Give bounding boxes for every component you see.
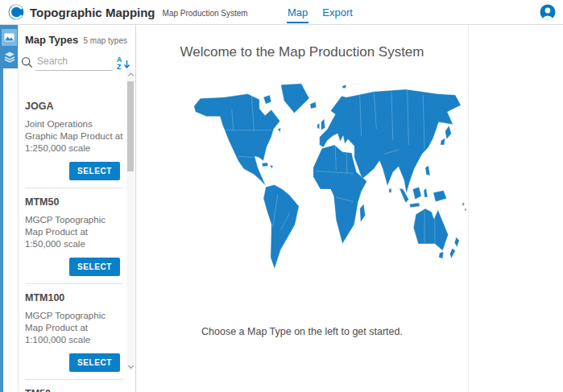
- map-type-name: MTM50: [25, 196, 123, 208]
- map-type-item-mtm100: MTM100 MGCP Topographic Map Product at 1…: [25, 283, 123, 379]
- app-title: Topographic Mapping: [30, 6, 155, 19]
- map-types-sidebar: Map Types 5 map types A Z JOGA Joint Ope…: [19, 25, 136, 392]
- layers-icon: [4, 52, 15, 63]
- map-type-name: JOGA: [25, 101, 123, 112]
- main-content: Welcome to the Map Production System: [136, 25, 563, 392]
- welcome-heading: Welcome to the Map Production System: [136, 44, 468, 60]
- scrollbar-thumb[interactable]: [127, 81, 134, 171]
- map-type-count: 5 map types: [84, 36, 127, 45]
- world-map: [184, 81, 469, 274]
- map-type-description: MGCP Topographic Map Product at 1:100,00…: [25, 310, 123, 346]
- sidebar-header: Map Types 5 map types: [19, 25, 135, 49]
- map-type-name: MTM100: [25, 292, 123, 303]
- instruction-text: Choose a Map Type on the left to get sta…: [136, 326, 468, 337]
- app-subtitle: Map Production System: [163, 9, 248, 18]
- map-type-name: TM50: [25, 388, 123, 392]
- select-button-mtm50[interactable]: SELECT: [69, 258, 120, 276]
- map-type-description: Joint Operations Graphic Map Product at …: [25, 118, 123, 155]
- sort-alpha-icon[interactable]: A Z: [117, 56, 130, 70]
- left-tool-strip: [0, 25, 19, 392]
- tab-export[interactable]: Export: [321, 0, 354, 25]
- map-type-item-joga: JOGA Joint Operations Graphic Map Produc…: [25, 93, 123, 188]
- scrollbar-down-icon[interactable]: [126, 361, 135, 370]
- map-type-item-mtm50: MTM50 MGCP Topographic Map Product at 1:…: [25, 188, 123, 283]
- app-logo-globe-icon: [8, 4, 24, 20]
- map-types-panel-button[interactable]: [2, 29, 17, 46]
- app-header: Topographic Mapping Map Production Syste…: [0, 0, 563, 25]
- map-type-list: JOGA Joint Operations Graphic Map Produc…: [25, 93, 123, 392]
- svg-text:Z: Z: [117, 63, 121, 70]
- nav-tabs: Map Export: [287, 0, 354, 25]
- scrollbar-up-icon[interactable]: [126, 69, 135, 79]
- select-button-joga[interactable]: SELECT: [69, 162, 120, 180]
- layers-panel-button[interactable]: [2, 48, 17, 65]
- user-avatar-icon[interactable]: [540, 4, 556, 20]
- sidebar-title: Map Types: [25, 34, 78, 46]
- map-type-description: MGCP Topographic Map Product at 1:50,000…: [25, 214, 123, 250]
- select-button-mtm100[interactable]: SELECT: [69, 353, 120, 372]
- strip-accent-edge: [0, 25, 3, 392]
- sidebar-scrollbar[interactable]: [126, 69, 135, 370]
- map-types-panel-icon: [4, 32, 14, 43]
- world-map-image: [184, 81, 469, 274]
- tab-map[interactable]: Map: [287, 0, 308, 25]
- search-input[interactable]: [35, 54, 113, 71]
- search-icon: [21, 56, 33, 68]
- search-row: A Z: [19, 49, 135, 71]
- map-type-item-tm50: TM50 Topographic Map Product at 1:50,000…: [25, 379, 123, 392]
